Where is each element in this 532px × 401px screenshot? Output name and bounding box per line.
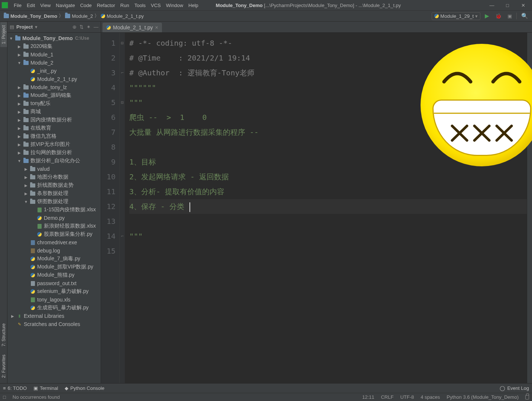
fold-marker[interactable] <box>120 244 125 258</box>
expand-arrow-icon[interactable]: ▶ <box>17 110 22 114</box>
tree-item[interactable]: ▶valud <box>7 165 101 173</box>
fold-marker[interactable] <box>120 199 125 214</box>
tree-item[interactable]: ▶⫴External Libraries <box>7 312 101 320</box>
hide-icon[interactable]: — <box>94 24 98 30</box>
expand-arrow-icon[interactable]: ▼ <box>17 159 22 163</box>
tree-item[interactable]: Demo.py <box>7 214 101 222</box>
close-button[interactable]: ✕ <box>516 1 531 10</box>
code-line[interactable]: 4、保存 - 分类 <box>129 199 527 214</box>
project-root[interactable]: ▼ Module_Tony_Demo C:\Use <box>7 34 101 42</box>
structure-tool-tab[interactable]: 7: Structure <box>0 320 7 349</box>
tree-item[interactable]: ▶拉勾网的数据分析 <box>7 149 101 157</box>
code-line[interactable] <box>129 214 527 229</box>
expand-arrow-icon[interactable]: ▶ <box>24 175 28 179</box>
tree-item[interactable]: 新浪财经股票数据.xlsx <box>7 222 101 230</box>
tree-item[interactable]: 1-15国内疫情数据.xlsx <box>7 206 101 214</box>
chevron-down-icon[interactable]: ▾ <box>35 24 38 30</box>
close-tab-icon[interactable]: × <box>155 25 158 30</box>
fold-marker[interactable] <box>120 184 125 199</box>
favorites-tool-tab[interactable]: 2: Favorites <box>0 352 7 381</box>
debug-button[interactable]: 🐞 <box>494 13 503 19</box>
fold-marker[interactable] <box>120 154 125 169</box>
tree-item[interactable]: ▶微信九宫格 <box>7 132 101 140</box>
lock-icon[interactable] <box>525 395 529 400</box>
code-line[interactable]: """ <box>129 229 527 244</box>
fold-marker[interactable]: ⌐ <box>120 229 125 244</box>
expand-arrow-icon[interactable]: ▶ <box>24 192 28 196</box>
fold-marker[interactable] <box>120 214 125 229</box>
tree-item[interactable]: ▶Module_tony_lz <box>7 83 101 91</box>
expand-arrow-icon[interactable]: ▶ <box>10 314 15 318</box>
tree-item[interactable]: Module_熊猫.py <box>7 271 101 279</box>
code-line[interactable]: 3、分析- 提取有价值的内容 <box>129 184 527 199</box>
menu-navigate[interactable]: Navigate <box>53 3 77 8</box>
tree-item[interactable]: ▼饼图数据处理 <box>7 198 101 206</box>
search-everywhere-button[interactable]: 🔍 <box>520 13 530 19</box>
tree-item[interactable]: ▶条形数据处理 <box>7 189 101 198</box>
expand-arrow-icon[interactable]: ▶ <box>17 94 22 98</box>
expand-arrow-icon[interactable]: ▶ <box>17 45 22 49</box>
expand-arrow-icon[interactable]: ▶ <box>17 151 22 155</box>
tree-item[interactable]: 股票数据采集分析.py <box>7 230 101 238</box>
fold-marker[interactable] <box>120 140 125 154</box>
breadcrumb-item[interactable]: Module_2_1_t.py <box>99 13 145 19</box>
breadcrumb-item[interactable]: Module_Tony_Demo <box>2 13 59 19</box>
menu-view[interactable]: View <box>38 3 53 8</box>
tree-item[interactable]: ▶2020锦集 <box>7 42 101 50</box>
tree-item[interactable]: ✎Scratches and Consoles <box>7 320 101 328</box>
tree-item[interactable]: ▶Module_1 <box>7 50 101 59</box>
code-line[interactable] <box>129 244 527 258</box>
tree-item[interactable]: tony_lagou.xls <box>7 296 101 304</box>
terminal-tool-button[interactable]: ▣Terminal <box>33 385 58 391</box>
tree-item[interactable]: ▶国内疫情数据分析 <box>7 116 101 124</box>
caret-position[interactable]: 12:11 <box>362 394 374 400</box>
expand-arrow-icon[interactable]: ▶ <box>24 167 28 171</box>
expand-arrow-icon[interactable]: ▶ <box>17 53 22 57</box>
menu-run[interactable]: Run <box>118 3 132 8</box>
expand-arrow-icon[interactable]: ▶ <box>24 183 28 188</box>
fold-marker[interactable] <box>120 110 125 125</box>
tree-item[interactable]: ▼数据分析_自动化办公 <box>7 157 101 165</box>
breadcrumb-item[interactable]: Module_2 <box>64 13 94 19</box>
minimize-button[interactable]: — <box>484 1 499 10</box>
tree-item[interactable]: Module_抓取VIP数据.py <box>7 263 101 271</box>
tree-item[interactable]: ▶在线教育 <box>7 124 101 132</box>
menu-vcs[interactable]: VCS <box>148 3 163 8</box>
fold-marker[interactable]: ⌐ <box>120 65 125 80</box>
tree-item[interactable]: debug.log <box>7 247 101 255</box>
expand-arrow-icon[interactable]: ▼ <box>24 200 28 204</box>
indent-info[interactable]: 4 spaces <box>421 394 440 400</box>
menu-refactor[interactable]: Refactor <box>94 3 118 8</box>
fold-marker[interactable] <box>120 80 125 95</box>
fold-marker[interactable]: ⊟ <box>120 36 125 50</box>
expand-arrow-icon[interactable]: ▶ <box>17 102 22 106</box>
menu-tools[interactable]: Tools <box>132 3 148 8</box>
event-log-button[interactable]: ◯Event Log <box>500 385 529 391</box>
editor-tab[interactable]: Module_2_1_t.py × <box>103 23 162 32</box>
locate-icon[interactable]: ⊕ <box>72 24 77 30</box>
fold-marker[interactable] <box>120 125 125 140</box>
menu-code[interactable]: Code <box>78 3 94 8</box>
code-line[interactable]: 2、发起网络请求 - 返回数据 <box>129 169 527 184</box>
run-button[interactable]: ▶ <box>483 13 491 19</box>
tree-item[interactable]: password_out.txt <box>7 279 101 287</box>
fold-marker[interactable] <box>120 169 125 184</box>
fold-marker[interactable] <box>120 50 125 65</box>
line-separator[interactable]: CRLF <box>381 394 393 400</box>
tree-item[interactable]: ▶商城 <box>7 108 101 116</box>
todo-tool-button[interactable]: ≡6: TODO <box>3 385 27 391</box>
run-configuration-selector[interactable]: Module_1_29_t ▾ <box>432 12 480 20</box>
project-tree[interactable]: ▼ Module_Tony_Demo C:\Use ▶2020锦集▶Module… <box>7 33 101 383</box>
expand-arrow-icon[interactable]: ▶ <box>17 143 22 147</box>
tree-item[interactable]: _init_.py <box>7 67 101 75</box>
settings-icon[interactable]: ✶ <box>87 24 91 30</box>
tree-item[interactable]: chromedriver.exe <box>7 238 101 247</box>
expand-arrow-icon[interactable]: ▼ <box>17 61 22 65</box>
tree-item[interactable]: ▼Module_2 <box>7 59 101 67</box>
python-console-tool-button[interactable]: ◆Python Console <box>65 385 104 391</box>
tree-item[interactable]: 生成密码_暴力破解.py <box>7 304 101 312</box>
menu-window[interactable]: Window <box>163 3 186 8</box>
expand-arrow-icon[interactable]: ▶ <box>17 85 22 89</box>
project-tool-tab[interactable]: 1: Project <box>0 22 7 47</box>
tree-item[interactable]: Module_7_病毒.py <box>7 255 101 263</box>
